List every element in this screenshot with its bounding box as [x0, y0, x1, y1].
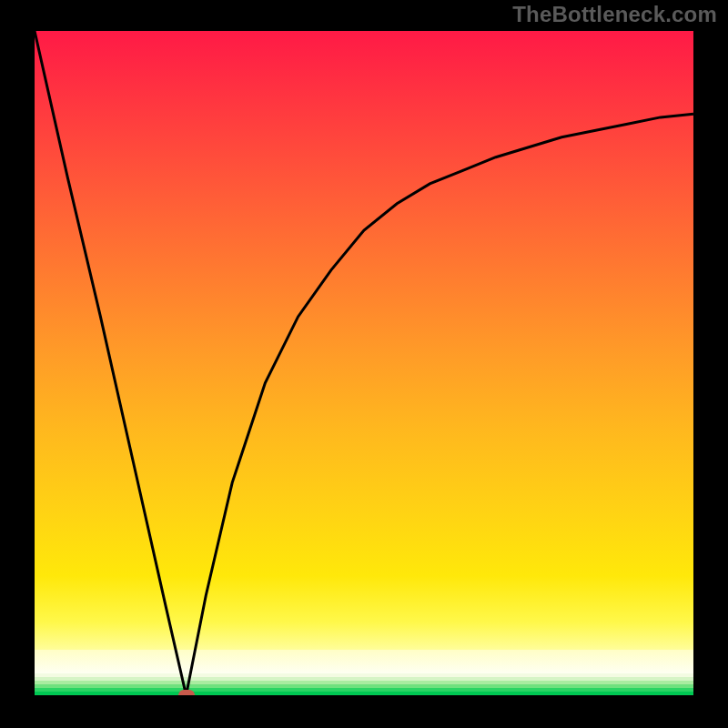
chart-frame: TheBottleneck.com [0, 0, 728, 728]
bottleneck-curve [35, 31, 693, 695]
optimum-marker [178, 690, 195, 695]
watermark-text: TheBottleneck.com [512, 2, 717, 27]
curve-svg [35, 31, 693, 695]
plot-area [35, 31, 693, 695]
